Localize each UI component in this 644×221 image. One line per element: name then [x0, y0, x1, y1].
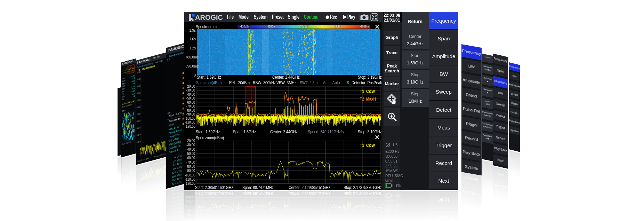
svg-text:AROGIC: AROGIC [195, 13, 223, 21]
